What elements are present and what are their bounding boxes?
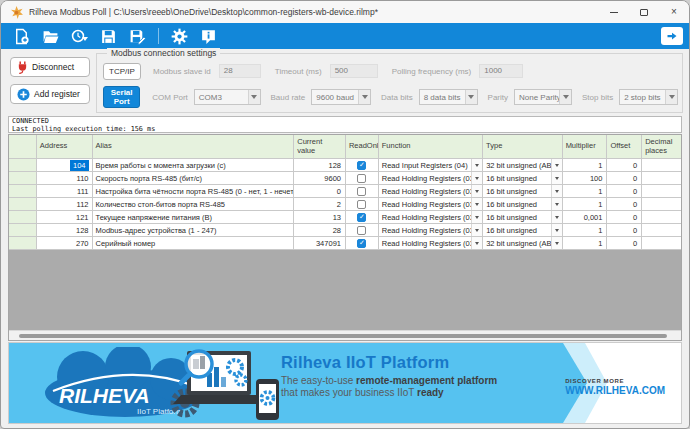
multiplier-cell[interactable]: 1 [563,185,608,198]
offset-cell[interactable]: 0 [607,159,642,172]
type-dropdown[interactable]: 32 bit unsigned (AB CD) [483,159,563,172]
chevron-down-icon[interactable] [551,172,562,184]
row-selector[interactable] [9,159,37,172]
chevron-down-icon[interactable] [471,198,482,210]
data-bits-select[interactable]: 8 data bits [419,89,478,105]
readonly-cell[interactable] [346,185,379,198]
alias-cell[interactable]: Текущее напряжение питания (В) [93,211,295,224]
type-dropdown[interactable]: 16 bit unsigned [483,172,563,185]
address-cell[interactable]: 110 [37,172,93,185]
address-cell[interactable]: 121 [37,211,93,224]
offset-cell[interactable]: 0 [607,172,642,185]
open-file-button[interactable] [42,28,59,45]
type-dropdown[interactable]: 32 bit unsigned (AB CD) [483,237,563,250]
table-row[interactable]: 270 Серийный номер 347091 Read Holding R… [9,237,681,250]
offset-cell[interactable]: 0 [607,237,642,250]
save-button[interactable] [100,28,117,45]
row-selector[interactable] [9,172,37,185]
offset-cell[interactable]: 0 [607,185,642,198]
disconnect-button[interactable]: Disconnect [10,57,90,77]
timeout-field[interactable]: 500 [330,64,378,78]
type-dropdown[interactable]: 16 bit unsigned [483,185,563,198]
alias-cell[interactable]: Количество стоп-битов порта RS-485 [93,198,295,211]
decimal-places-cell[interactable] [642,224,681,237]
close-button[interactable]: × [659,1,689,23]
type-dropdown[interactable]: 16 bit unsigned [483,224,563,237]
multiplier-cell[interactable]: 1 [563,224,608,237]
row-selector[interactable] [9,185,37,198]
row-selector[interactable] [9,198,37,211]
current-value-cell[interactable]: 9600 [294,172,346,185]
address-cell[interactable]: 104 [37,159,93,172]
chevron-down-icon[interactable] [551,198,562,210]
readonly-checkbox[interactable] [357,187,366,196]
alias-cell[interactable]: Серийный номер [93,237,295,250]
scrollbar-thumb[interactable] [19,334,667,338]
function-dropdown[interactable]: Read Holding Registers (03) [379,185,483,198]
save-as-button[interactable] [129,28,146,45]
table-row[interactable]: 104 Время работы с момента загрузки (с) … [9,159,681,172]
current-value-cell[interactable]: 128 [294,159,346,172]
function-dropdown[interactable]: Read Holding Registers (03) [379,224,483,237]
chevron-down-icon[interactable] [551,211,562,223]
offset-cell[interactable]: 0 [607,198,642,211]
readonly-cell[interactable] [346,211,379,224]
table-row[interactable]: 128 Modbus-адрес устройства (1 - 247) 28… [9,224,681,237]
table-row[interactable]: 110 Скорость порта RS-485 (бит/с) 9600 R… [9,172,681,185]
settings-button[interactable] [171,28,188,45]
row-selector[interactable] [9,211,37,224]
minimize-button[interactable] [599,1,629,23]
offset-cell[interactable]: 0 [607,224,642,237]
chevron-down-icon[interactable] [471,172,482,184]
readonly-checkbox[interactable] [357,213,366,222]
address-cell[interactable]: 128 [37,224,93,237]
type-dropdown[interactable]: 16 bit unsigned [483,198,563,211]
baud-rate-select[interactable]: 9600 baud [311,89,371,105]
current-value-cell[interactable]: 347091 [294,237,346,250]
chevron-down-icon[interactable] [471,237,482,249]
tcpip-button[interactable]: TCP/IP [103,63,141,80]
current-value-cell[interactable]: 2 [294,198,346,211]
serial-port-button[interactable]: Serial Port [103,86,140,108]
decimal-places-cell[interactable] [642,172,681,185]
chevron-down-icon[interactable] [471,224,482,236]
alias-cell[interactable]: Modbus-адрес устройства (1 - 247) [93,224,295,237]
decimal-places-cell[interactable] [642,237,681,250]
recent-files-button[interactable] [71,28,88,45]
chevron-down-icon[interactable] [471,185,482,197]
multiplier-cell[interactable]: 1 [563,237,608,250]
new-file-button[interactable] [13,28,30,45]
info-button[interactable] [200,28,217,45]
chevron-down-icon[interactable] [551,224,562,236]
multiplier-cell[interactable]: 1 [563,198,608,211]
table-row[interactable]: 111 Настройка бита чётности порта RS-485… [9,185,681,198]
alias-cell[interactable]: Время работы с момента загрузки (с) [93,159,295,172]
readonly-checkbox[interactable] [357,239,366,248]
chevron-down-icon[interactable] [551,159,562,171]
readonly-cell[interactable] [346,159,379,172]
address-cell[interactable]: 111 [37,185,93,198]
function-dropdown[interactable]: Read Input Registers (04) [379,159,483,172]
readonly-checkbox[interactable] [357,200,366,209]
decimal-places-cell[interactable] [642,159,681,172]
readonly-checkbox[interactable] [357,226,366,235]
readonly-cell[interactable] [346,172,379,185]
add-register-button[interactable]: Add register [10,84,90,104]
chevron-down-icon[interactable] [551,185,562,197]
chevron-down-icon[interactable] [471,211,482,223]
horizontal-scrollbar[interactable] [9,330,681,340]
readonly-cell[interactable] [346,224,379,237]
parity-select[interactable]: None Parity [514,89,572,105]
row-selector[interactable] [9,224,37,237]
current-value-cell[interactable]: 28 [294,224,346,237]
function-dropdown[interactable]: Read Holding Registers (03) [379,172,483,185]
readonly-checkbox[interactable] [357,161,366,170]
decimal-places-cell[interactable] [642,185,681,198]
readonly-checkbox[interactable] [357,174,366,183]
multiplier-cell[interactable]: 0,001 [563,211,608,224]
current-value-cell[interactable]: 0 [294,185,346,198]
slave-id-field[interactable]: 28 [219,64,261,78]
multiplier-cell[interactable]: 100 [563,172,608,185]
function-dropdown[interactable]: Read Holding Registers (03) [379,198,483,211]
type-dropdown[interactable]: 16 bit unsigned [483,211,563,224]
